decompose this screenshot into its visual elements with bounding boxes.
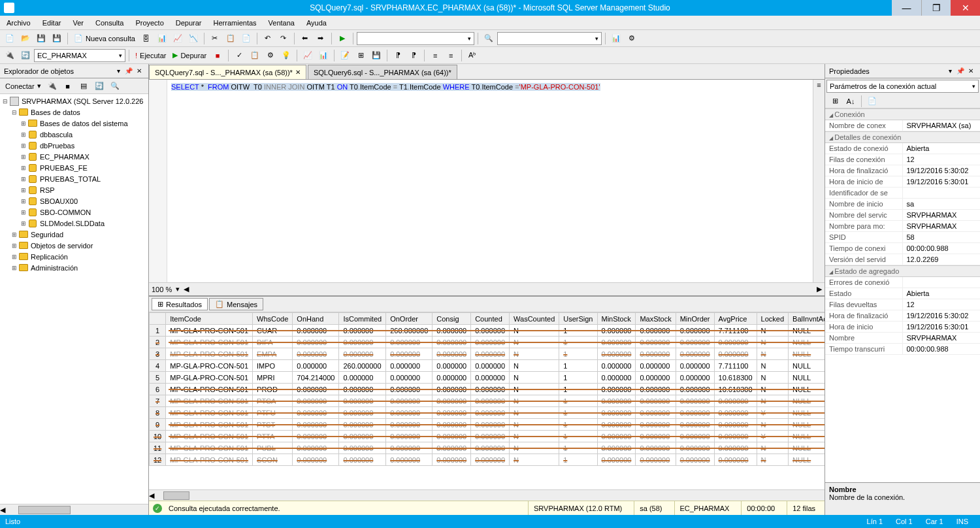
start-icon[interactable]: ▶: [335, 31, 350, 46]
col-MaxStock[interactable]: MaxStock: [636, 313, 676, 325]
navigate-back-icon[interactable]: ⬅: [298, 31, 312, 46]
server-folder[interactable]: ⊞Replicación: [1, 251, 147, 262]
activity-icon[interactable]: 📊: [609, 31, 623, 46]
col-MinOrder[interactable]: MinOrder: [676, 313, 714, 325]
include-plan-icon[interactable]: 📈: [301, 48, 315, 63]
search-obj-icon[interactable]: 🔍: [108, 79, 122, 93]
dropdown-icon[interactable]: ▾: [945, 66, 955, 76]
tab-sqlquery7[interactable]: SQLQuery7.sql - S..._PHARMAX (sa (58))*✕: [149, 65, 306, 79]
zoom-level[interactable]: 100 %: [152, 286, 172, 293]
connect-icon[interactable]: 🔌: [3, 48, 17, 63]
database-node[interactable]: ⊞PRUEBAS_TOTAL: [1, 173, 147, 184]
table-row[interactable]: 4MP-GLA-PRO-CON-501IMPO0.000000260.00000…: [150, 360, 825, 372]
intellisense-icon[interactable]: 💡: [279, 48, 293, 63]
close-panel-icon[interactable]: ✕: [134, 66, 144, 76]
object-tree[interactable]: ⊟SRVPHARMAX (SQL Server 12.0.226 ⊟Bases …: [0, 94, 148, 504]
new-query-button[interactable]: 📄 Nueva consulta: [71, 34, 138, 42]
sql-editor[interactable]: SELECT * FROM OITW T0 INNER JOIN OITM T1…: [149, 80, 813, 282]
categorized-icon[interactable]: ⊞: [828, 94, 842, 108]
col-BalInvntAc[interactable]: BalInvntAc: [789, 313, 825, 325]
prop-row[interactable]: Filas de conexión12: [825, 154, 980, 165]
filter-icon[interactable]: ▤: [76, 79, 91, 93]
execute-button[interactable]: ! Ejecutar: [133, 52, 169, 59]
results-text-icon[interactable]: 📝: [338, 48, 352, 63]
col-Consig[interactable]: Consig: [433, 313, 471, 325]
change-connection-icon[interactable]: 🔄: [18, 48, 33, 63]
save-icon[interactable]: 💾: [34, 31, 48, 46]
copy-icon[interactable]: 📋: [223, 31, 238, 46]
indent-more-icon[interactable]: ≡: [444, 48, 458, 63]
database-combo[interactable]: EC_PHARMAX: [34, 49, 125, 62]
cat-detalles[interactable]: Detalles de conexión: [825, 131, 980, 143]
uncomment-icon[interactable]: ⁋: [406, 48, 421, 63]
databases-folder[interactable]: Bases de datos: [31, 108, 80, 116]
database-node[interactable]: ⊞dbPruebas: [1, 140, 147, 151]
query-options-icon[interactable]: ⚙: [263, 48, 278, 63]
prop-row[interactable]: Hora de finalizació19/12/2016 5:30:02: [825, 310, 980, 322]
menubar[interactable]: Archivo Editar Ver Consulta Proyecto Dep…: [0, 16, 980, 30]
prop-row[interactable]: NombreSRVPHARMAX: [825, 333, 980, 344]
menu-herramientas[interactable]: Herramientas: [210, 18, 261, 28]
connect-dropdown[interactable]: Conectar ▾: [3, 82, 44, 90]
sql-code[interactable]: SELECT * FROM OITW T0 INNER JOIN OITM T1…: [167, 80, 604, 282]
undo-icon[interactable]: ↶: [261, 31, 275, 46]
pin-icon[interactable]: 📌: [123, 66, 134, 76]
open-icon[interactable]: 📂: [18, 31, 33, 46]
prop-row[interactable]: Errores de conexió: [825, 277, 980, 288]
server-node[interactable]: SRVPHARMAX (SQL Server 12.0.226: [22, 97, 143, 105]
results-grid-icon[interactable]: ⊞: [353, 48, 368, 63]
prop-row[interactable]: Nombre de conexSRVPHARMAX (sa): [825, 120, 980, 131]
disconnect-icon[interactable]: 🔌: [45, 79, 59, 93]
database-node[interactable]: ⊞SBO-COMMON: [1, 206, 147, 218]
server-folder[interactable]: ⊞Seguridad: [1, 229, 147, 240]
database-node[interactable]: ⊞EC_PHARMAX: [1, 151, 147, 162]
sysdb-folder[interactable]: Bases de datos del sistema: [40, 120, 128, 127]
table-row[interactable]: 3MP-GLA-PRO-CON-501EMPA0.0000000.0000000…: [150, 348, 825, 360]
col-UserSign[interactable]: UserSign: [559, 313, 597, 325]
results-file-icon[interactable]: 💾: [369, 48, 384, 63]
menu-ayuda[interactable]: Ayuda: [302, 18, 331, 28]
prop-row[interactable]: Hora de inicio de19/12/2016 5:30:01: [825, 176, 980, 188]
prop-row[interactable]: Identificador de se: [825, 188, 980, 199]
prop-row[interactable]: EstadoAbierta: [825, 288, 980, 299]
close-panel-icon[interactable]: ✕: [966, 66, 976, 76]
results-tab[interactable]: ⊞ Resultados: [152, 298, 208, 310]
analysis-query-icon[interactable]: 📊: [155, 31, 169, 46]
prop-row[interactable]: Nombre para mo:SRVPHARMAX: [825, 221, 980, 232]
include-stats-icon[interactable]: 📊: [316, 48, 331, 63]
database-node[interactable]: ⊞SBOAUX00: [1, 195, 147, 206]
cat-agregado[interactable]: Estado de agregado: [825, 265, 980, 277]
col-MinStock[interactable]: MinStock: [597, 313, 636, 325]
nav-bar[interactable]: ≡: [813, 80, 825, 282]
prop-row[interactable]: Hora de finalizació19/12/2016 5:30:02: [825, 165, 980, 176]
pin-icon[interactable]: 📌: [955, 66, 966, 76]
prop-row[interactable]: Filas devueltas12: [825, 299, 980, 310]
prop-row[interactable]: Nombre del servicSRVPHARMAX: [825, 210, 980, 221]
menu-ventana[interactable]: Ventana: [265, 18, 299, 28]
cut-icon[interactable]: ✂: [208, 31, 222, 46]
prop-row[interactable]: Estado de conexióAbierta: [825, 143, 980, 154]
col-WasCounted[interactable]: WasCounted: [510, 313, 559, 325]
specify-values-icon[interactable]: Aᵇ: [465, 48, 480, 63]
props-grid[interactable]: Conexión Nombre de conexSRVPHARMAX (sa) …: [825, 108, 980, 482]
refresh-icon[interactable]: 🔄: [92, 79, 106, 93]
col-AvgPrice[interactable]: AvgPrice: [714, 313, 757, 325]
redo-icon[interactable]: ↷: [276, 31, 291, 46]
prop-row[interactable]: Tiempo transcurri00:00:00.988: [825, 344, 980, 355]
menu-editar[interactable]: Editar: [39, 18, 65, 28]
prop-row[interactable]: Nombre de iniciosa: [825, 199, 980, 210]
col-ItemCode[interactable]: ItemCode: [166, 313, 253, 325]
database-node[interactable]: ⊞dbbascula: [1, 129, 147, 140]
prop-row[interactable]: Tiempo de conexi00:00:00.988: [825, 243, 980, 254]
solution-combo[interactable]: [357, 32, 474, 45]
server-folder[interactable]: ⊞Administración: [1, 262, 147, 273]
server-folder[interactable]: ⊞Objetos de servidor: [1, 240, 147, 251]
prop-row[interactable]: SPID58: [825, 232, 980, 243]
props-object-combo[interactable]: Parámetros de la conexión actual: [826, 80, 979, 93]
menu-archivo[interactable]: Archivo: [3, 18, 35, 28]
stop-icon[interactable]: ■: [61, 79, 75, 93]
save-all-icon[interactable]: 💾: [50, 31, 64, 46]
parse-icon[interactable]: ✓: [232, 48, 246, 63]
paste-icon[interactable]: 📄: [239, 31, 253, 46]
mdx-query-icon[interactable]: 📈: [171, 31, 185, 46]
